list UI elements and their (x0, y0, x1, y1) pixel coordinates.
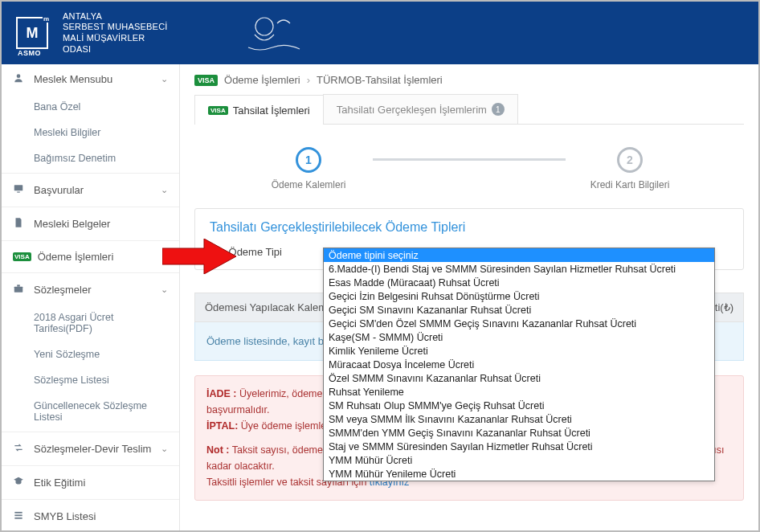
breadcrumb-item[interactable]: Ödeme İşlemleri (224, 74, 300, 86)
monitor-icon (13, 183, 27, 197)
dropdown-option[interactable]: YMM Mühür Yenileme Ücreti (324, 467, 714, 481)
svg-marker-10 (162, 239, 236, 274)
app-header: M ASMO m ANTALYA SERBEST MUHASEBECİ MALİ… (2, 2, 758, 64)
stepper: 1 Ödeme Kalemleri 2 Kredi Kartı Bilgiler… (194, 147, 744, 190)
step-label: Ödeme Kalemleri (272, 179, 346, 190)
sidebar-item-smyb-listesi[interactable]: SMYB Listesi (2, 501, 179, 530)
dropdown-option[interactable]: Geçici SM'den Özel SMMM Geçiş Sınavını K… (324, 317, 714, 330)
logo-sub: ASMO (16, 49, 43, 57)
logo-sup: m (43, 15, 50, 23)
breadcrumb-item: TÜRMOB-Tahsilat İşlemleri (317, 74, 443, 86)
list-icon (13, 509, 27, 523)
sidebar-group-devir-teslim[interactable]: Sözleşmeler-Devir Teslim ⌄ (2, 434, 179, 464)
dropdown-option[interactable]: SMMM'den YMM Geçiş Sınavını Kazananlar R… (324, 426, 714, 440)
svg-rect-5 (17, 284, 20, 286)
dropdown-option[interactable]: Kaşe(SM - SMMM) Ücreti (324, 330, 714, 344)
sidebar-group-mesleki-belgeler[interactable]: Mesleki Belgeler (2, 209, 179, 239)
svg-rect-8 (14, 518, 22, 519)
chevron-down-icon: ⌄ (161, 284, 168, 295)
sidebar-group-odeme-islemleri[interactable]: VISA Ödeme İşlemleri ⌄ (2, 243, 179, 271)
svg-point-0 (255, 18, 273, 35)
sidebar-group-basvurular[interactable]: Başvurular ⌄ (2, 175, 179, 205)
step-label: Kredi Kartı Bilgileri (590, 179, 670, 190)
tab-gerceklesen-islemler[interactable]: Tahsilatı Gerçekleşen İşlemlerim 1 (323, 94, 518, 124)
dropdown-option[interactable]: YMM Mühür Ücreti (324, 453, 714, 467)
document-icon (13, 217, 27, 231)
dropdown-option[interactable]: Kimlik Yenileme Ücreti (324, 344, 714, 358)
dropdown-option[interactable]: Ruhsat Yenileme (324, 385, 714, 399)
notice-iptal-label: İPTAL: (206, 420, 238, 432)
notice-iade-label: İADE : (206, 388, 237, 399)
step-number: 1 (296, 147, 321, 173)
dropdown-option[interactable]: SM Ruhsatı Olup SMMM'ye Geçiş Ruhsat Ücr… (324, 399, 714, 412)
notice-not-label: Not : (206, 444, 229, 456)
svg-point-1 (17, 74, 21, 78)
sidebar-item-guncellenecek-sozlesme[interactable]: Güncellenecek Sözleşme Listesi (2, 393, 179, 430)
org-name: ANTALYA SERBEST MUHASEBECİ MALİ MÜŞAVİRL… (63, 11, 168, 55)
step-kredi-karti: 2 Kredi Kartı Bilgileri (566, 147, 694, 190)
dropdown-option[interactable]: 6.Madde-(I) Bendi Staj ve SMMM Süresinde… (324, 262, 714, 276)
education-icon (13, 476, 27, 489)
visa-badge-icon: VISA (194, 75, 218, 86)
svg-rect-2 (14, 185, 23, 190)
step-odeme-kalemleri: 1 Ödeme Kalemleri (244, 147, 373, 190)
step-number: 2 (617, 147, 643, 173)
step-connector (373, 158, 566, 161)
sidebar-item-mesleki-bilgiler[interactable]: Mesleki Bilgiler (2, 120, 179, 145)
notice-iade-text: Üyelerimiz, ödeme iş (239, 388, 333, 399)
tab-label: Tahsilatı Gerçekleşen İşlemlerim (337, 104, 487, 116)
annotation-arrow-icon (162, 239, 236, 276)
tabs: VISA Tahsilat İşlemleri Tahsilatı Gerçek… (194, 94, 744, 125)
tab-tahsilat-islemleri[interactable]: VISA Tahsilat İşlemleri (194, 95, 324, 125)
chevron-down-icon: ⌄ (161, 444, 168, 454)
panel-title: Tahsilatı Gerçekleştirilebilecek Ödeme T… (210, 220, 729, 235)
odeme-tipi-dropdown[interactable]: Ödeme tipini seçiniz 6.Madde-(I) Bendi S… (323, 248, 715, 481)
count-badge: 1 (492, 103, 505, 116)
dropdown-option[interactable]: Müracaat Dosya İnceleme Ücreti (324, 358, 714, 371)
svg-rect-6 (14, 512, 22, 514)
chevron-down-icon: ⌄ (161, 185, 168, 195)
breadcrumb: VISA Ödeme İşlemleri › TÜRMOB-Tahsilat İ… (194, 74, 744, 86)
svg-rect-7 (14, 514, 22, 516)
user-icon (13, 72, 27, 86)
sidebar-item-bana-ozel[interactable]: Bana Özel (2, 94, 179, 120)
sidebar: Meslek Mensubu ⌄ Bana Özel Mesleki Bilgi… (2, 64, 180, 530)
dropdown-option[interactable]: Geçici İzin Belgesini Ruhsat Dönüştürme … (324, 289, 714, 303)
dropdown-option[interactable]: Özel SMMM Sınavını Kazananlar Ruhsat Ücr… (324, 371, 714, 385)
svg-rect-3 (17, 192, 20, 193)
transfer-icon (13, 442, 27, 456)
svg-rect-4 (14, 287, 23, 293)
dropdown-option[interactable]: Esas Madde (Müracaat) Ruhsat Ücreti (324, 276, 714, 289)
visa-badge-icon: VISA (13, 252, 31, 261)
tab-label: Tahsilat İşlemleri (233, 104, 310, 117)
dropdown-option[interactable]: Staj ve SMMM Süresinden Sayılan Hizmetle… (324, 440, 714, 453)
notice-iptal-text: Üye ödeme işlemleri (241, 420, 332, 432)
logo: M ASMO m (16, 17, 48, 49)
sidebar-item-asgari-ucret-tarifesi[interactable]: 2018 Asgari Ücret Tarifesi(PDF) (2, 305, 179, 342)
sidebar-group-sozlesmeler[interactable]: Sözleşmeler ⌄ (2, 275, 179, 305)
logo-letter: M (27, 25, 39, 42)
dropdown-option-placeholder[interactable]: Ödeme tipini seçiniz (324, 248, 714, 262)
sidebar-item-yeni-sozlesme[interactable]: Yeni Sözleşme (2, 342, 179, 367)
ataturk-signature-icon (240, 12, 311, 54)
sidebar-item-etik-egitimi[interactable]: Etik Eğitimi (2, 468, 179, 497)
sidebar-item-sozlesme-listesi[interactable]: Sözleşme Listesi (2, 367, 179, 393)
dropdown-option[interactable]: SM veya SMMM İlk Sınavını Kazananlar Ruh… (324, 412, 714, 426)
briefcase-icon (13, 283, 27, 297)
sidebar-item-bagimsiz-denetim[interactable]: Bağımsız Denetim (2, 145, 179, 171)
dropdown-option[interactable]: Geçici SM Sınavını Kazananlar Ruhsat Ücr… (324, 303, 714, 317)
chevron-down-icon: ⌄ (161, 74, 168, 84)
visa-badge-icon: VISA (208, 106, 228, 115)
breadcrumb-separator-icon: › (307, 74, 310, 86)
sidebar-group-meslek-mensubu[interactable]: Meslek Mensubu ⌄ (2, 64, 179, 94)
